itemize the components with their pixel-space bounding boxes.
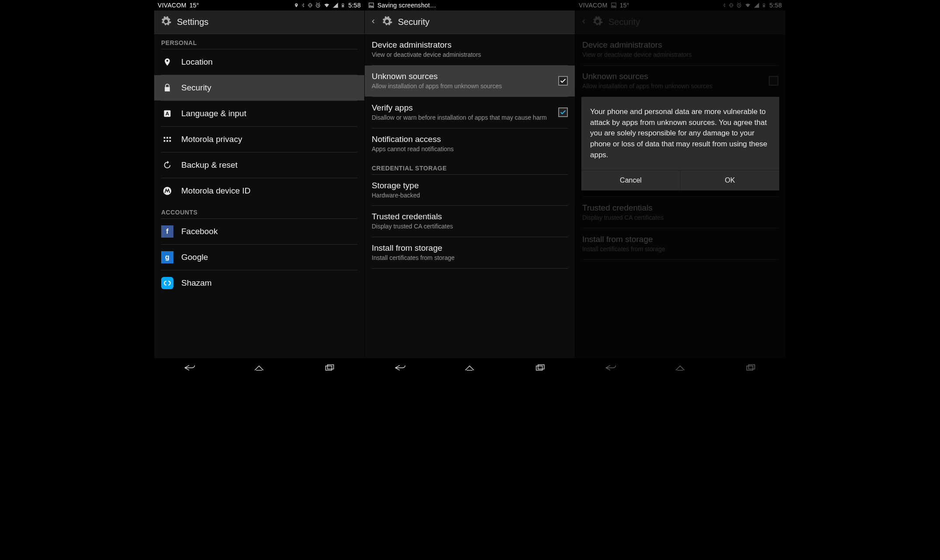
settings-gear-icon bbox=[160, 16, 172, 29]
location-icon bbox=[294, 2, 299, 8]
section-personal: PERSONAL bbox=[154, 34, 364, 49]
row-install-from-storage: Install from storage Install certificate… bbox=[575, 228, 785, 259]
motorola-icon bbox=[161, 186, 173, 196]
row-motorola-privacy[interactable]: Motorola privacy bbox=[154, 127, 364, 152]
dialog-message: Your phone and personal data are more vu… bbox=[581, 97, 779, 170]
svg-rect-8 bbox=[538, 365, 544, 369]
row-device-administrators: Device administrators View or deactivate… bbox=[575, 34, 785, 65]
back-chevron-icon bbox=[581, 17, 587, 28]
row-unknown-sources[interactable]: Unknown sources Allow installation of ap… bbox=[365, 66, 575, 97]
nav-bar bbox=[154, 358, 364, 379]
nav-recent-button[interactable] bbox=[534, 363, 546, 374]
action-bar: Security bbox=[365, 10, 575, 34]
verify-apps-checkbox[interactable] bbox=[558, 107, 568, 117]
row-language[interactable]: A Language & input bbox=[154, 101, 364, 126]
bluetooth-icon bbox=[722, 2, 726, 8]
carrier-label: VIVACOM bbox=[158, 2, 187, 9]
location-pin-icon bbox=[161, 57, 173, 67]
row-security[interactable]: Security bbox=[154, 75, 364, 100]
shazam-icon bbox=[161, 277, 173, 289]
screenshot-saving-label: Saving screenshot… bbox=[377, 2, 436, 9]
nav-back-button[interactable] bbox=[604, 363, 616, 374]
alarm-icon bbox=[736, 2, 742, 8]
svg-rect-7 bbox=[536, 366, 542, 370]
wifi-icon bbox=[744, 2, 751, 8]
nav-home-button[interactable] bbox=[253, 363, 265, 374]
row-location[interactable]: Location bbox=[154, 49, 364, 75]
settings-gear-icon bbox=[381, 16, 393, 29]
section-accounts: ACCOUNTS bbox=[154, 204, 364, 218]
row-motorola-id[interactable]: Motorola device ID bbox=[154, 178, 364, 204]
clock-label: 5:58 bbox=[349, 2, 361, 9]
row-device-administrators[interactable]: Device administrators View or deactivate… bbox=[365, 34, 575, 65]
alarm-icon bbox=[315, 2, 321, 8]
unknown-sources-checkbox bbox=[769, 76, 778, 86]
row-trusted-credentials: Trusted credentials Display trusted CA c… bbox=[575, 197, 785, 228]
bluetooth-icon bbox=[301, 2, 305, 8]
carrier-label: VIVACOM bbox=[579, 2, 608, 9]
battery-icon bbox=[762, 2, 766, 8]
vibrate-icon bbox=[729, 2, 734, 8]
dialog-ok-button[interactable]: OK bbox=[681, 170, 779, 190]
settings-gear-icon bbox=[592, 16, 603, 29]
unknown-sources-warning-dialog: Your phone and personal data are more vu… bbox=[581, 97, 779, 190]
vibrate-icon bbox=[308, 2, 313, 8]
status-bar: Saving screenshot… bbox=[365, 0, 575, 10]
row-storage-type[interactable]: Storage type Hardware-backed bbox=[365, 175, 575, 206]
wifi-icon bbox=[323, 2, 330, 8]
row-install-from-storage[interactable]: Install from storage Install certificate… bbox=[365, 237, 575, 268]
row-unknown-sources: Unknown sources Allow installation of ap… bbox=[575, 66, 785, 97]
status-bar: VIVACOM 15° 5:58 bbox=[575, 0, 785, 10]
action-bar: Security bbox=[575, 10, 785, 34]
phone-security: Saving screenshot… Security Device admin… bbox=[365, 0, 575, 379]
temperature-label: 15° bbox=[190, 2, 199, 9]
phone-security-dialog: VIVACOM 15° 5:58 Security Device adminis… bbox=[575, 0, 786, 379]
language-icon: A bbox=[161, 109, 173, 118]
action-bar: Settings bbox=[154, 10, 364, 34]
privacy-icon bbox=[161, 135, 173, 144]
nav-recent-button[interactable] bbox=[744, 363, 757, 374]
restore-icon bbox=[161, 160, 173, 170]
page-title: Settings bbox=[177, 17, 208, 27]
svg-rect-12 bbox=[749, 365, 755, 369]
back-chevron-icon[interactable] bbox=[371, 17, 376, 28]
nav-recent-button[interactable] bbox=[323, 363, 335, 374]
row-account-facebook[interactable]: f Facebook bbox=[154, 219, 364, 244]
row-notification-access[interactable]: Notification access Apps cannot read not… bbox=[365, 128, 575, 159]
row-trusted-credentials[interactable]: Trusted credentials Display trusted CA c… bbox=[365, 206, 575, 237]
page-title: Security bbox=[398, 17, 429, 27]
google-icon: g bbox=[161, 251, 173, 263]
facebook-icon: f bbox=[161, 225, 173, 238]
unknown-sources-checkbox[interactable] bbox=[558, 76, 568, 86]
image-icon bbox=[611, 2, 617, 8]
svg-rect-11 bbox=[746, 366, 753, 370]
svg-rect-4 bbox=[325, 366, 332, 370]
nav-back-button[interactable] bbox=[394, 363, 406, 374]
signal-icon bbox=[332, 2, 339, 8]
page-title: Security bbox=[608, 17, 640, 27]
phone-settings: VIVACOM 15° 5:58 Settings PERSONAL Locat… bbox=[154, 0, 365, 379]
battery-icon bbox=[341, 2, 345, 8]
nav-back-button[interactable] bbox=[183, 363, 195, 374]
row-verify-apps[interactable]: Verify apps Disallow or warn before inst… bbox=[365, 97, 575, 128]
temperature-label: 15° bbox=[620, 2, 629, 9]
signal-icon bbox=[753, 2, 760, 8]
nav-home-button[interactable] bbox=[463, 363, 476, 374]
row-account-shazam[interactable]: Shazam bbox=[154, 270, 364, 296]
nav-bar bbox=[365, 358, 575, 379]
section-credential-storage: CREDENTIAL STORAGE bbox=[365, 159, 575, 174]
image-icon bbox=[368, 2, 374, 8]
lock-icon bbox=[161, 83, 173, 93]
nav-home-button[interactable] bbox=[674, 363, 686, 374]
svg-rect-5 bbox=[328, 365, 334, 369]
row-account-google[interactable]: g Google bbox=[154, 245, 364, 270]
status-bar: VIVACOM 15° 5:58 bbox=[154, 0, 364, 10]
svg-text:A: A bbox=[166, 111, 169, 116]
clock-label: 5:58 bbox=[770, 2, 782, 9]
dialog-cancel-button[interactable]: Cancel bbox=[581, 170, 681, 190]
row-backup-reset[interactable]: Backup & reset bbox=[154, 152, 364, 178]
nav-bar bbox=[575, 358, 785, 379]
